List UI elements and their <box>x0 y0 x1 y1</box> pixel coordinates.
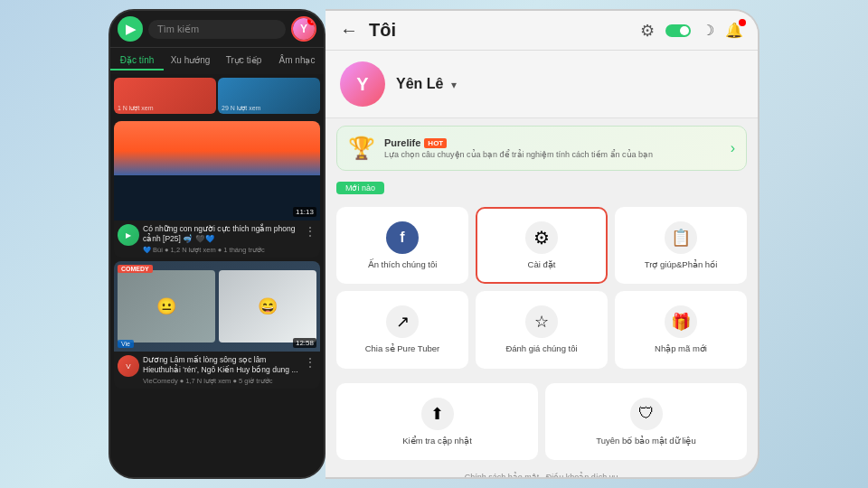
menu-label-share: Chia sẻ Pure Tuber <box>365 343 440 353</box>
notification-count: 1 <box>307 16 316 25</box>
tab-dac-tinh[interactable]: Đặc tính <box>110 52 164 70</box>
banner-2[interactable]: 29 N lượt xem <box>218 78 320 114</box>
update-icon: ⬆ <box>421 398 454 430</box>
menu-item-security[interactable]: 🛡 Tuyên bố bảo mật dữ liệu <box>545 383 747 460</box>
video-thumb-1: 11:13 <box>114 121 320 221</box>
profile-section: Y Yên Lê ▾ <box>326 51 758 118</box>
toggle-icon[interactable] <box>665 24 691 37</box>
content-area: 1 N lượt xem 29 N lượt xem 11:13 ▶ Có nh… <box>110 74 324 477</box>
menu-label-update: Kiểm tra cập nhật <box>402 436 472 446</box>
notification-badge[interactable]: Y 1 <box>291 16 316 42</box>
help-icon: 📋 <box>665 221 697 254</box>
video-2-info: V Dương Lâm mất lòng sông sọc lâm Hieuth… <box>114 352 320 389</box>
left-phone: ▶ Tìm kiếm Y 1 Đặc tính Xu hướng Trực ti… <box>108 9 326 479</box>
comedy-thumbs: 😐 😄 <box>114 261 320 352</box>
settings-icon[interactable]: ⚙ <box>640 21 655 41</box>
face-1: 😐 <box>118 270 215 343</box>
tab-am-nhac[interactable]: Âm nhạc <box>270 52 324 70</box>
profile-name-container: Yên Lê ▾ <box>396 76 457 92</box>
menu-item-rate[interactable]: ☆ Đánh giá chúng tôi <box>476 291 608 368</box>
banner-1[interactable]: 1 N lượt xem <box>114 78 216 114</box>
face-2: 😄 <box>219 270 316 343</box>
video-1-meta: Có những con người cực thích ngắm phong … <box>143 224 300 254</box>
bell-icon[interactable]: 🔔 <box>725 22 743 39</box>
right-panel: ← Tôi ⚙ ☽ 🔔 Y Yên Lê ▾ <box>326 9 760 479</box>
gear-icon: ⚙ <box>525 221 558 254</box>
purelife-desc: Lựa chọn câu chuyện của bạn để trải nghi… <box>384 150 722 159</box>
facebook-icon: f <box>386 221 419 254</box>
header-icons: ⚙ ☽ 🔔 <box>640 21 743 41</box>
more-options-icon-1[interactable]: ⋮ <box>304 224 316 239</box>
tabs-bar: Đặc tính Xu hướng Trực tiếp Âm nhạc <box>110 48 324 74</box>
video-2-stats: VieComedy ● 1,7 N lượt xem ● 5 giờ trước <box>143 377 300 385</box>
menu-item-update[interactable]: ⬆ Kiểm tra cập nhật <box>336 383 538 460</box>
banner-2-label: 29 N lượt xem <box>222 105 260 112</box>
more-options-icon-2[interactable]: ⋮ <box>304 355 316 370</box>
menu-item-share[interactable]: ↗ Chia sẻ Pure Tuber <box>336 291 468 368</box>
green-badge-text: Mới nào <box>336 182 384 194</box>
menu-label-help: Trợ giúp&Phản hồi <box>645 259 718 269</box>
hot-badge: HOT <box>424 138 447 148</box>
menu-label-settings: Cài đặt <box>528 259 556 269</box>
footer: Chính sách bảo mật · Điều khoản dịch vụ … <box>326 467 758 477</box>
video-2-duration: 12:58 <box>293 338 316 348</box>
video-1-title: Có những con người cực thích ngắm phong … <box>143 224 300 244</box>
right-scroll-area: Y Yên Lê ▾ 🏆 Purelife HOT Lựa chọn câu c… <box>326 51 758 477</box>
profile-avatar: Y <box>340 61 385 107</box>
menu-label-facebook: Ấn thích chúng tôi <box>368 259 438 269</box>
video-1-info: ▶ Có những con người cực thích ngắm phon… <box>114 221 320 258</box>
video-2-meta: Dương Lâm mất lòng sông sọc lâm Hieuthuh… <box>143 355 300 385</box>
footer-links: Chính sách bảo mật · Điều khoản dịch vụ <box>331 473 752 477</box>
star-icon: ☆ <box>525 305 558 338</box>
moon-icon[interactable]: ☽ <box>702 22 714 39</box>
purelife-banner[interactable]: 🏆 Purelife HOT Lựa chọn câu chuyện của b… <box>336 126 747 171</box>
dropdown-icon[interactable]: ▾ <box>451 79 457 91</box>
left-top-bar: ▶ Tìm kiếm Y 1 <box>110 11 324 48</box>
menu-item-help[interactable]: 📋 Trợ giúp&Phản hồi <box>615 207 747 284</box>
shield-icon: 🛡 <box>630 398 663 430</box>
profile-name: Yên Lê <box>396 76 443 91</box>
back-button[interactable]: ← <box>340 20 358 41</box>
video-thumb-2: 😐 😄 COMEDY Vie 12:58 <box>114 261 320 352</box>
notification-dot <box>739 19 746 26</box>
right-header: ← Tôi ⚙ ☽ 🔔 <box>326 11 758 51</box>
menu-item-settings[interactable]: ⚙ Cài đặt <box>476 207 608 284</box>
channel-icon-2: V <box>118 355 139 377</box>
share-icon: ↗ <box>386 305 419 338</box>
banner-1-label: 1 N lượt xem <box>118 105 154 112</box>
search-input[interactable]: Tìm kiếm <box>148 20 286 39</box>
comedy-badge: COMEDY <box>118 265 153 273</box>
tab-xu-huong[interactable]: Xu hướng <box>164 52 217 70</box>
channel-badge: Vie <box>118 340 134 348</box>
video-2-title: Dương Lâm mất lòng sông sọc lâm Hieuthuh… <box>143 355 300 375</box>
video-card-1[interactable]: 11:13 ▶ Có những con người cực thích ngắ… <box>114 121 320 258</box>
purelife-text: Purelife HOT Lựa chọn câu chuyện của bạn… <box>384 137 722 159</box>
tab-truc-tiep[interactable]: Trực tiếp <box>217 52 270 70</box>
menu-label-rate: Đánh giá chúng tôi <box>505 343 577 353</box>
trophy-icon: 🏆 <box>348 136 375 161</box>
purelife-title: Purelife HOT <box>384 137 722 148</box>
menu-item-gift[interactable]: 🎁 Nhập mã mới <box>615 291 747 368</box>
menu-grid-2: ↗ Chia sẻ Pure Tuber ☆ Đánh giá chúng tô… <box>326 291 758 375</box>
menu-item-facebook[interactable]: f Ấn thích chúng tôi <box>336 207 468 284</box>
app-logo: ▶ <box>118 16 143 42</box>
channel-icon-1: ▶ <box>118 224 139 246</box>
menu-grid-3: ⬆ Kiểm tra cập nhật 🛡 Tuyên bố bảo mật d… <box>326 376 758 467</box>
purelife-arrow: › <box>731 140 735 156</box>
menu-label-security: Tuyên bố bảo mật dữ liệu <box>596 436 695 446</box>
menu-grid-1: f Ấn thích chúng tôi ⚙ Cài đặt 📋 Trợ giú… <box>326 200 758 291</box>
video-card-2[interactable]: 😐 😄 COMEDY Vie 12:58 V Dương Lâm mất lòn… <box>114 261 320 389</box>
video-1-duration: 11:13 <box>293 207 316 217</box>
banner-row: 1 N lượt xem 29 N lượt xem <box>110 74 324 117</box>
gift-icon: 🎁 <box>665 305 697 338</box>
menu-label-gift: Nhập mã mới <box>655 343 707 353</box>
video-1-stats: 💙 Bùi ● 1,2 N lượt xem ● 1 tháng trước <box>143 246 300 254</box>
green-badge-bar: Mới nào <box>336 178 747 194</box>
city-silhouette <box>114 175 320 221</box>
page-title: Tôi <box>369 20 629 41</box>
